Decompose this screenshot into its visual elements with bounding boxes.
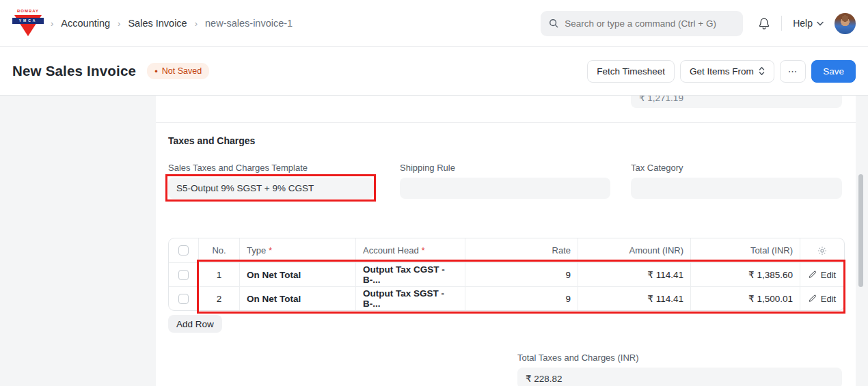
shipping-rule-field[interactable] [400,178,610,199]
form-panel: ₹ 1,271.19 Taxes and Charges Sales Taxes… [156,96,856,386]
total-taxes-value: ₹ 228.82 [526,373,562,384]
type-cell[interactable]: On Net Total [240,287,356,310]
breadcrumb-separator-icon: › [118,18,120,29]
tax-category-label: Tax Category [631,163,683,173]
pencil-icon [809,294,817,303]
row-index-cell: 1 [199,263,240,286]
column-header-no: No. [199,238,240,262]
navbar-actions: Help [758,13,856,34]
table-settings-gear-icon[interactable] [817,246,827,256]
save-label: Save [823,66,844,77]
select-all-checkbox[interactable] [178,245,189,256]
section-divider [156,122,856,123]
edit-label: Edit [821,270,836,280]
user-avatar[interactable] [835,13,856,34]
amount-cell[interactable]: ₹ 114.41 [578,263,691,286]
page-head: New Sales Invoice • Not Saved Fetch Time… [0,47,868,96]
column-header-total: Total (INR) [691,238,800,262]
help-menu[interactable]: Help [793,18,824,29]
taxes-table: No. Type* Account Head* Rate Amount (INR… [168,238,845,311]
ellipsis-icon: ⋯ [788,66,798,77]
search-icon [549,18,558,28]
row-checkbox[interactable] [178,294,189,304]
required-marker: * [269,246,272,256]
rate-cell[interactable]: 9 [465,263,578,286]
row-checkbox[interactable] [178,270,189,280]
select-chevrons-icon [759,66,765,76]
total-taxes-label: Total Taxes and Charges (INR) [517,353,639,363]
fetch-timesheet-button[interactable]: Fetch Timesheet [587,60,675,83]
taxes-table-header-row: No. Type* Account Head* Rate Amount (INR… [169,238,844,262]
fetch-timesheet-label: Fetch Timesheet [597,66,665,77]
top-navbar: BOMBAY YMCA › Accounting › Sales Invoice… [0,0,868,47]
edit-label: Edit [821,294,836,304]
pencil-icon [809,271,817,279]
account-head-cell[interactable]: Output Tax SGST - B-... [356,287,465,310]
breadcrumb-sales-invoice[interactable]: Sales Invoice [128,18,187,29]
global-search[interactable] [541,11,743,36]
total-cell[interactable]: ₹ 1,385.60 [691,263,800,286]
type-cell[interactable]: On Net Total [240,263,356,286]
edit-row-button[interactable]: Edit [809,294,836,304]
row-index-cell: 2 [199,287,240,310]
status-badge: • Not Saved [147,63,209,79]
logo-text-top: BOMBAY [12,9,44,13]
notifications-bell-icon[interactable] [758,17,770,30]
account-head-cell[interactable]: Output Tax CGST - B-... [356,263,465,286]
taxes-template-value: S5-Output 9% SGST + 9% CGST [176,183,314,193]
amount-cell[interactable]: ₹ 114.41 [578,287,691,310]
breadcrumb-current-doc: new-sales-invoice-1 [205,18,293,29]
navbar-divider [781,16,782,31]
column-header-amount: Amount (INR) [578,238,691,262]
net-total-value: ₹ 1,271.19 [639,96,683,103]
page-actions: Fetch Timesheet Get Items From ⋯ Save [587,60,856,83]
total-cell[interactable]: ₹ 1,500.01 [691,287,800,310]
table-row: 1 On Net Total Output Tax CGST - B-... 9… [169,262,844,286]
more-menu-button[interactable]: ⋯ [780,60,806,83]
vertical-scrollbar[interactable] [858,174,863,287]
chevron-down-icon [817,21,824,26]
rate-cell[interactable]: 9 [465,287,578,310]
status-dot-icon: • [154,67,158,76]
get-items-from-button[interactable]: Get Items From [680,60,774,83]
help-label: Help [793,18,813,29]
total-taxes-field: ₹ 228.82 [517,368,842,386]
page-title: New Sales Invoice [12,63,136,79]
table-row: 2 On Net Total Output Tax SGST - B-... 9… [169,286,844,310]
search-input[interactable] [565,18,735,29]
shipping-rule-label: Shipping Rule [400,163,455,173]
column-header-type: Type* [240,238,356,262]
save-button[interactable]: Save [811,60,856,83]
logo-text-band: YMCA [12,18,44,24]
add-row-button[interactable]: Add Row [168,315,222,333]
taxes-template-label: Sales Taxes and Charges Template [168,163,308,173]
status-badge-label: Not Saved [162,66,202,76]
breadcrumb-separator-icon: › [51,18,53,29]
section-title-taxes-and-charges: Taxes and Charges [168,135,255,146]
breadcrumb: › Accounting › Sales Invoice › new-sales… [51,18,293,29]
column-header-rate: Rate [465,238,578,262]
get-items-from-label: Get Items From [690,66,754,77]
edit-row-button[interactable]: Edit [809,270,836,280]
net-total-field-clipped: ₹ 1,271.19 [631,96,842,108]
breadcrumb-separator-icon: › [195,18,198,29]
required-marker: * [422,246,425,256]
taxes-template-field[interactable]: S5-Output 9% SGST + 9% CGST [168,178,374,199]
breadcrumb-accounting[interactable]: Accounting [61,18,110,29]
app-logo[interactable]: BOMBAY YMCA [12,8,44,39]
column-header-account-head: Account Head* [356,238,465,262]
tax-category-field[interactable] [631,178,842,199]
